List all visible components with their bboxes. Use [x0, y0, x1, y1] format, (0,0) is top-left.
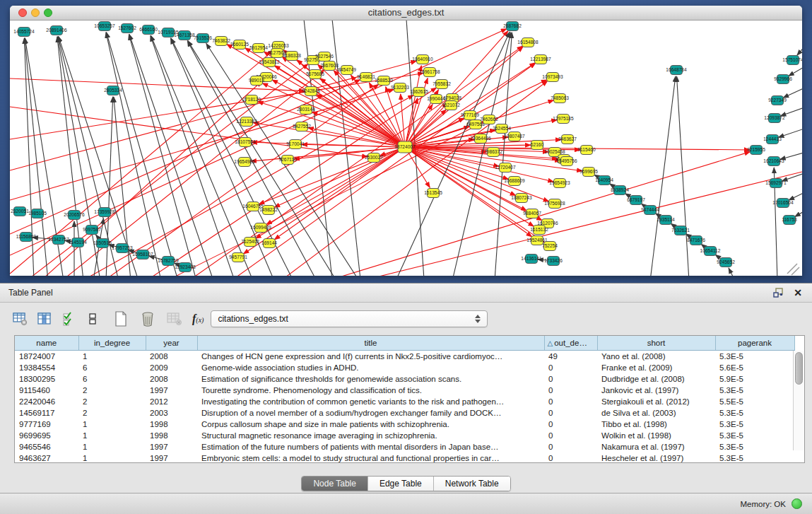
graph-edge [332, 21, 360, 276]
table-cell: Investigating the contribution of common… [197, 396, 544, 407]
close-panel-icon[interactable]: ✕ [794, 288, 802, 298]
tab-node-table[interactable]: Node Table [302, 477, 368, 491]
graph-node-label: 17957253 [112, 245, 133, 250]
graph-node-label: 9227349 [768, 98, 787, 103]
table-cell: Tourette syndrome. Phenomenology and cla… [197, 385, 544, 396]
table-row[interactable]: 911546021997Tourette syndrome. Phenomeno… [15, 385, 794, 396]
table-row[interactable]: 2242004622012Investigating the contribut… [15, 396, 794, 407]
float-panel-icon[interactable] [773, 288, 784, 298]
graph-node-label: 18107554 [235, 139, 256, 144]
column-header[interactable]: △out_de… [544, 336, 597, 351]
table-cell: 2012 [146, 396, 197, 407]
create-column-button[interactable] [112, 310, 130, 327]
table-cell: 0 [544, 419, 597, 430]
graph-node-label: 2803144 [297, 107, 315, 112]
show-columns-button[interactable] [35, 310, 54, 327]
graph-node-label: 10025458 [544, 149, 565, 154]
dropdown-arrows-icon [471, 315, 487, 323]
graph-node-label: 6794028 [443, 95, 461, 100]
graph-node-label: 10807487 [504, 134, 525, 139]
graph-node-label: 1513545 [424, 190, 442, 195]
graph-node-label: 9660125 [230, 42, 249, 47]
table-settings-icon [13, 312, 28, 326]
row-height-button[interactable] [83, 310, 102, 327]
graph-node-label: 7625402 [241, 239, 259, 244]
trash-icon [141, 311, 155, 327]
table-vertical-scrollbar[interactable] [793, 351, 804, 450]
network-canvas[interactable]: 1405572420891406106532571527602646616010… [10, 21, 802, 276]
graph-node-label: 116753 [782, 217, 797, 222]
graph-node-label: 10973493 [542, 74, 563, 79]
table-cell: Changes of HCN gene expression and I(f) … [197, 351, 544, 363]
graph-node-label: 19654923 [549, 180, 570, 185]
graph-node-label: 18807243 [511, 195, 532, 200]
network-desktop: citations_edges.txt 14055724208914061065… [0, 0, 812, 283]
table-row[interactable]: 1456911722003Disruption of a novel membe… [15, 407, 794, 419]
new-document-icon [114, 311, 128, 327]
tab-network-table[interactable]: Network Table [434, 477, 510, 491]
select-columns-button[interactable] [59, 310, 78, 327]
table-header-row[interactable]: namein_degreeyeartitle△out_de…shortpager… [15, 336, 794, 351]
table-cell: 0 [544, 396, 597, 407]
graph-node-label: 11156869 [16, 234, 37, 239]
graph-node-label: 17359928 [94, 209, 115, 214]
delete-table-icon [167, 312, 182, 326]
table-cell: Structural magnetic resonance image aver… [197, 430, 544, 441]
graph-node-label: 2320051 [11, 209, 29, 214]
column-header[interactable]: in_degree [78, 336, 146, 351]
table-cell: Yano et al. (2008) [597, 351, 715, 363]
table-row[interactable]: 1872400712008Changes of HCN gene express… [15, 351, 794, 363]
graph-node-label: 1588520 [375, 78, 393, 83]
graph-node-label: 20891406 [46, 28, 67, 33]
network-graph[interactable]: 1405572420891406106532571527602646616010… [10, 21, 802, 276]
table-cell: 6 [78, 373, 146, 385]
table-row[interactable]: 1938455462009Genome-wide association stu… [15, 362, 794, 373]
column-header[interactable]: pagerank [715, 336, 794, 351]
function-builder-button[interactable]: f(x) [192, 313, 204, 325]
table-cell: Nakamura et al. (1997) [597, 441, 715, 452]
table-cell: 9115460 [15, 385, 78, 396]
table-mode-button[interactable] [11, 310, 30, 327]
window-titlebar[interactable]: citations_edges.txt [10, 6, 802, 21]
graph-node-label: 10688609 [504, 178, 525, 183]
graph-node-label: 9132203 [391, 85, 409, 90]
table-cell: 2008 [146, 351, 197, 363]
graph-edge [779, 128, 802, 137]
table-cell: Dudbridge et al. (2008) [597, 373, 715, 385]
table-row[interactable]: 977716911998Corpus callosum shape and si… [15, 419, 794, 430]
delete-column-button[interactable] [139, 310, 157, 327]
graph-node-label: 12720407 [495, 165, 516, 170]
graph-node-label: 9146821 [357, 74, 375, 79]
graph-node-label: 7462662 [480, 117, 498, 122]
graph-node-label: 1362615 [410, 89, 428, 94]
graph-edge [148, 88, 437, 276]
table-cell: 1 [78, 419, 146, 430]
memory-status-label: Memory: OK [740, 500, 786, 508]
graph-edge [780, 107, 802, 116]
graph-node-label: 2867608 [320, 63, 339, 68]
scrollbar-thumb[interactable] [795, 352, 803, 385]
column-header[interactable]: title [197, 336, 544, 351]
graph-node-label: 8471676 [687, 238, 705, 243]
column-header[interactable]: year [146, 336, 197, 351]
table-row[interactable]: 946362711997Embryonic stem cells: a mode… [15, 452, 794, 463]
column-header[interactable]: name [15, 336, 78, 351]
graph-node-label: 2887682 [503, 23, 522, 28]
table-row[interactable]: 946554611997Estimation of the future num… [15, 441, 794, 452]
graph-node-label: 16099489 [250, 225, 271, 230]
graph-node-label: 15751074 [782, 57, 802, 62]
graph-node-label: 9329966 [774, 76, 792, 81]
graph-node-label: 752254 [542, 243, 558, 248]
resize-grip[interactable] [787, 264, 799, 275]
tab-edge-table[interactable]: Edge Table [368, 477, 434, 491]
graph-node-label: 10654112 [700, 248, 721, 253]
table-cell: 0 [544, 430, 597, 441]
table-selector-dropdown[interactable]: citations_edges.txt [211, 310, 488, 327]
table-row[interactable]: 969969511998Structural magnetic resonanc… [15, 430, 794, 441]
graph-node-label: 7986372 [484, 149, 502, 154]
table-row[interactable]: 1830029562008Estimation of significance … [15, 373, 794, 385]
table-cell: 2008 [146, 373, 197, 385]
table-cell: 49 [544, 351, 597, 363]
graph-node-label: 8938924 [611, 187, 629, 192]
column-header[interactable]: short [597, 336, 715, 351]
